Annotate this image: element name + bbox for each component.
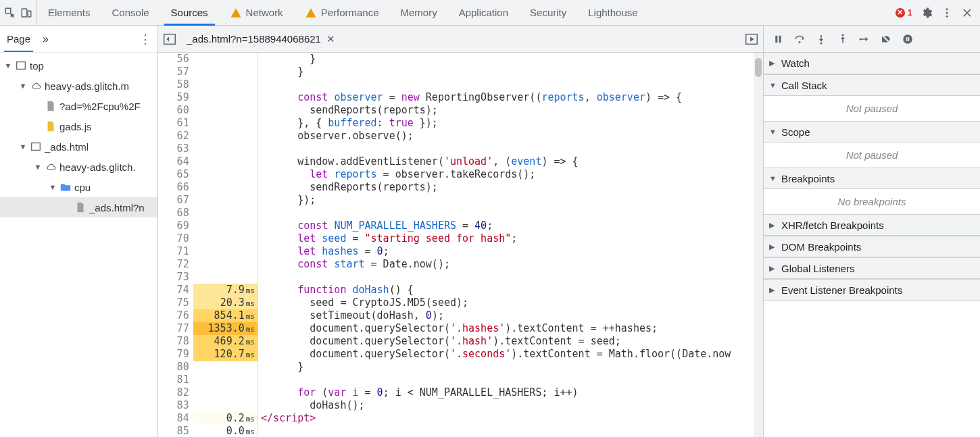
code-line[interactable]: document.querySelector('.hash').textCont… [261, 335, 763, 348]
tree-item[interactable]: ▼_ads.html [0, 136, 157, 157]
tab-memory[interactable]: Memory [390, 0, 448, 25]
editor-tab[interactable]: _ads.html?n=1588944068621 ✕ [182, 26, 339, 52]
tab-lighthouse[interactable]: Lighthouse [577, 0, 648, 25]
kebab-icon[interactable] [941, 7, 953, 19]
tab-sources[interactable]: Sources [160, 0, 219, 25]
editor-tab-close-icon[interactable]: ✕ [326, 33, 335, 45]
code-line[interactable]: seed = CryptoJS.MD5(seed); [261, 297, 763, 309]
code-line[interactable]: observer.observe(); [261, 130, 763, 143]
tree-item[interactable]: ▼heavy-ads.glitch. [0, 157, 157, 177]
chevron-down-icon[interactable]: ▼ [19, 82, 27, 90]
code-line[interactable]: </script> [261, 412, 763, 425]
tree-item[interactable]: _ads.html?n [0, 197, 157, 217]
tab-performance[interactable]: Performance [294, 0, 390, 25]
pause-on-exceptions-icon[interactable] [902, 33, 914, 45]
code-line[interactable]: document.querySelector('.hashes').textCo… [261, 322, 763, 335]
line-number[interactable]: 82 [158, 386, 193, 399]
line-number[interactable]: 75 [158, 297, 193, 309]
tree-item[interactable]: ▼top [0, 55, 157, 76]
chevron-down-icon[interactable]: ▼ [49, 183, 57, 191]
section-event-listener-breakpoints[interactable]: ▶Event Listener Breakpoints [764, 279, 980, 301]
line-number[interactable]: 56 [158, 53, 193, 66]
section-dom-breakpoints[interactable]: ▶DOM Breakpoints [764, 236, 980, 257]
line-number[interactable]: 69 [158, 220, 193, 232]
section-watch[interactable]: ▶Watch [764, 53, 980, 74]
line-number[interactable]: 61 [158, 117, 193, 130]
line-number[interactable]: 83 [158, 399, 193, 412]
inspect-icon[interactable] [4, 7, 16, 19]
tree-item[interactable]: ▼heavy-ads.glitch.m [0, 76, 157, 96]
error-badge[interactable]: ✕ 1 [896, 7, 912, 18]
section-global-listeners[interactable]: ▶Global Listeners [764, 257, 980, 279]
tab-security[interactable]: Security [519, 0, 577, 25]
code-line[interactable] [261, 271, 763, 284]
code-line[interactable]: let reports = observer.takeRecords(); [261, 168, 763, 181]
line-number[interactable]: 70 [158, 232, 193, 245]
tree-item[interactable]: ?ad=%2Fcpu%2F [0, 96, 157, 116]
scrollbar-thumb[interactable] [755, 58, 762, 77]
code-line[interactable]: } [261, 66, 763, 78]
code-line[interactable] [261, 374, 763, 386]
line-number[interactable]: 57 [158, 66, 193, 78]
code-line[interactable]: function doHash() { [261, 284, 763, 297]
line-number[interactable]: 67 [158, 194, 193, 207]
code-editor[interactable]: 565758596061626364656667686970717273747.… [158, 53, 763, 437]
code-line[interactable]: let hashes = 0; [261, 245, 763, 258]
navigator-tab-page[interactable]: Page [4, 26, 33, 52]
code-line[interactable]: sendReports(reports); [261, 181, 763, 194]
code-line[interactable]: for (var i = 0; i < NUM_PARALLEL_HASHERS… [261, 386, 763, 399]
code-line[interactable]: window.addEventListener('unload', (event… [261, 155, 763, 168]
device-mode-icon[interactable] [20, 7, 32, 19]
code-line[interactable] [261, 143, 763, 155]
line-number[interactable]: 72 [158, 258, 193, 271]
tab-elements[interactable]: Elements [37, 0, 101, 25]
line-number[interactable]: 62 [158, 130, 193, 143]
code-line[interactable]: }); [261, 194, 763, 207]
code-line[interactable]: } [261, 53, 763, 66]
line-number[interactable]: 84 [158, 412, 193, 425]
code-line[interactable]: sendReports(reports); [261, 104, 763, 117]
line-number[interactable]: 58 [158, 78, 193, 91]
line-number[interactable]: 80 [158, 361, 193, 374]
code-line[interactable]: doHash(); [261, 399, 763, 412]
tree-item[interactable]: gads.js [0, 116, 157, 136]
step-into-icon[interactable] [815, 33, 827, 45]
step-out-icon[interactable] [837, 33, 849, 45]
code-line[interactable]: setTimeout(doHash, 0); [261, 309, 763, 322]
code-line[interactable]: document.querySelector('.seconds').textC… [261, 348, 763, 361]
code-line[interactable]: const observer = new ReportingObserver((… [261, 91, 763, 104]
section-xhr-fetch-breakpoints[interactable]: ▶XHR/fetch Breakpoints [764, 214, 980, 236]
navigator-kebab-icon[interactable]: ⋮ [137, 31, 153, 47]
line-number[interactable]: 59 [158, 91, 193, 104]
line-number[interactable]: 64 [158, 155, 193, 168]
chevron-down-icon[interactable]: ▼ [19, 143, 27, 151]
line-number[interactable]: 77 [158, 322, 193, 335]
line-number[interactable]: 74 [158, 284, 193, 297]
navigator-tab-more[interactable]: » [40, 26, 51, 52]
code-line[interactable]: const NUM_PARALLEL_HASHERS = 40; [261, 220, 763, 232]
editor-scrollbar[interactable] [754, 53, 763, 437]
code-line[interactable] [261, 78, 763, 91]
chevron-down-icon[interactable]: ▼ [4, 61, 12, 70]
line-number[interactable]: 79 [158, 348, 193, 361]
line-number[interactable]: 66 [158, 181, 193, 194]
code-line[interactable]: let seed = "starting seed for hash"; [261, 232, 763, 245]
line-number[interactable]: 71 [158, 245, 193, 258]
line-number[interactable]: 60 [158, 104, 193, 117]
section-breakpoints[interactable]: ▼Breakpoints [764, 168, 980, 189]
deactivate-breakpoints-icon[interactable] [880, 33, 892, 45]
line-number[interactable]: 81 [158, 374, 193, 386]
line-number[interactable]: 73 [158, 271, 193, 284]
tab-network[interactable]: Network [219, 0, 294, 25]
step-over-icon[interactable] [793, 33, 806, 45]
line-number[interactable]: 78 [158, 335, 193, 348]
section-call-stack[interactable]: ▼Call Stack [764, 74, 980, 96]
editor-history-icon[interactable] [162, 32, 177, 47]
line-number[interactable]: 85 [158, 425, 193, 437]
code-line[interactable]: const start = Date.now(); [261, 258, 763, 271]
code-line[interactable]: }, { buffered: true }); [261, 117, 763, 130]
line-number[interactable]: 76 [158, 309, 193, 322]
line-number[interactable]: 63 [158, 143, 193, 155]
line-number[interactable]: 68 [158, 207, 193, 220]
line-number[interactable]: 65 [158, 168, 193, 181]
